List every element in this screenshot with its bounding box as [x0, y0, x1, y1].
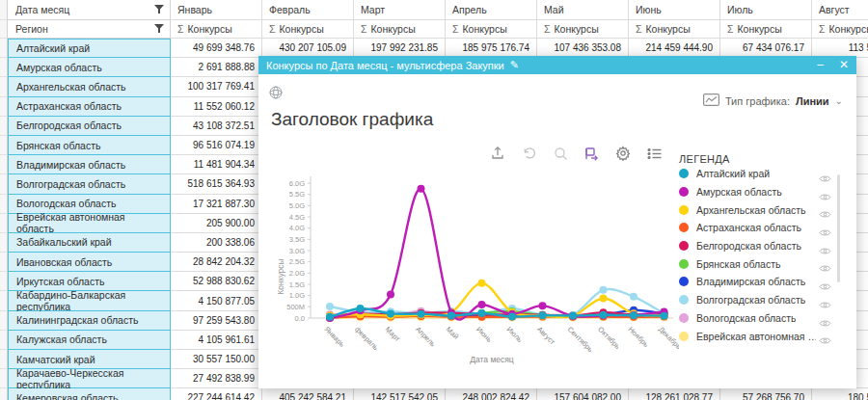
cell-value: 11 552 060.12	[194, 101, 255, 112]
eye-icon[interactable]	[819, 332, 831, 349]
gear-icon[interactable]	[615, 146, 631, 161]
export-icon[interactable]	[490, 146, 505, 161]
dialog-titlebar[interactable]: Конкурсы по Дата месяц - мультисфера Зак…	[258, 56, 856, 74]
cell-value: 100 317 769.41	[187, 81, 255, 92]
minimize-button[interactable]: –	[817, 56, 824, 74]
region-cell[interactable]: Забайкальский край	[8, 233, 171, 253]
data-point[interactable]	[418, 310, 425, 318]
data-point[interactable]	[478, 280, 486, 287]
region-label: Владимирская область	[16, 159, 125, 171]
data-point[interactable]	[600, 294, 608, 302]
sigma-icon: Σ	[819, 23, 826, 35]
column-header-measure: ΣКонкурсы	[720, 20, 812, 39]
data-point[interactable]	[539, 311, 547, 319]
legend-item[interactable]: Волгоградская область	[679, 291, 853, 309]
region-cell[interactable]: Волгоградская область	[8, 174, 171, 194]
region-cell[interactable]: Владимирская область	[8, 155, 171, 174]
undo-icon[interactable]	[522, 147, 537, 160]
row-gutter	[0, 233, 8, 253]
cell-value: 113 524 05	[849, 42, 868, 53]
cell-value: 57 268 756.70	[743, 392, 804, 400]
column-header-measure: ΣКонкурсы	[629, 20, 720, 39]
legend-item[interactable]: Алтайский край	[679, 165, 853, 183]
filter-icon[interactable]	[154, 4, 164, 15]
region-cell[interactable]: Карачаево-Черкесская республика	[8, 369, 171, 388]
region-cell[interactable]: Астраханская область	[8, 97, 171, 117]
x-tick-label: февраль	[353, 325, 380, 352]
data-point[interactable]	[600, 311, 608, 319]
legend-item[interactable]: Амурская область	[679, 183, 853, 201]
measure-label: Конкурсы	[463, 23, 507, 35]
data-point[interactable]	[508, 312, 516, 320]
region-cell[interactable]: Калининградская область	[8, 311, 171, 331]
list-icon[interactable]	[647, 147, 663, 160]
y-tick-label: 500M	[286, 303, 305, 311]
region-cell[interactable]: Амурская область	[8, 58, 171, 77]
data-point[interactable]	[661, 312, 668, 320]
series-line[interactable]	[330, 189, 665, 320]
row-gutter	[0, 117, 8, 136]
close-button[interactable]: ✕	[839, 56, 849, 74]
filter-icon[interactable]	[154, 23, 164, 35]
data-point[interactable]	[326, 313, 334, 321]
legend-item[interactable]: Брянская область	[679, 254, 853, 273]
row-gutter	[0, 58, 8, 77]
legend-item[interactable]: Белгородская область	[679, 237, 853, 255]
data-point[interactable]	[387, 291, 394, 299]
value-cell: 4 150 877.05	[171, 291, 262, 310]
region-cell[interactable]: Белгородская область	[8, 117, 171, 136]
data-point[interactable]	[630, 293, 637, 301]
data-point[interactable]	[448, 312, 455, 320]
legend-item[interactable]: Еврейская автономная …	[679, 327, 853, 345]
month-label: Август	[819, 4, 850, 15]
region-cell[interactable]: Брянская область	[8, 136, 171, 155]
legend-item[interactable]: Астраханская область	[679, 219, 853, 237]
legend-item[interactable]: Владимирская область	[679, 273, 853, 291]
column-header-measure: ΣКонкурсы	[262, 20, 354, 39]
value-cell: 4 105 961.61	[171, 331, 262, 350]
chart-type-selector[interactable]: Тип графика: Линии ⌄	[703, 93, 843, 108]
data-point[interactable]	[357, 305, 365, 312]
legend-item-label: Амурская область	[696, 186, 782, 198]
column-header-month: Февраль	[262, 0, 354, 20]
data-point[interactable]	[326, 303, 334, 310]
zoom-search-icon[interactable]	[554, 147, 568, 161]
panel-arrow-icon[interactable]	[584, 147, 599, 161]
legend-item[interactable]: Архангельская область	[679, 200, 853, 219]
data-point[interactable]	[387, 309, 394, 317]
region-label: Архангельская область	[16, 81, 126, 93]
data-point[interactable]	[478, 301, 486, 308]
region-cell[interactable]: Алтайский край	[8, 39, 171, 58]
legend-scrollbar[interactable]	[837, 174, 840, 282]
region-cell[interactable]: Кабардино-Балкарская республика	[8, 291, 171, 310]
series-color-dot	[679, 295, 689, 305]
region-cell[interactable]: Еврейская автономная область	[8, 214, 171, 233]
legend-item[interactable]: Вологодская область	[679, 309, 853, 328]
region-cell[interactable]: Калужская область	[8, 331, 171, 350]
edit-title-icon[interactable]: ✎	[510, 59, 519, 71]
data-point[interactable]	[418, 185, 425, 193]
data-point[interactable]	[600, 286, 608, 294]
region-cell[interactable]: Архангельская область	[8, 77, 171, 96]
region-cell[interactable]: Кемеровская область	[8, 388, 171, 400]
legend-item-label: Астраханская область	[696, 222, 801, 233]
cell-value: 227 244 614.42	[187, 392, 255, 400]
x-tick-label: Декабрь	[657, 325, 679, 351]
bi-workspace: Дата месяцЯнварьФевральМартАпрельМайИюнь…	[0, 0, 868, 400]
data-point[interactable]	[478, 309, 486, 317]
corner-cell-date-month[interactable]: Дата месяц	[8, 0, 171, 20]
row-gutter	[0, 155, 8, 174]
multisphere-icon	[268, 85, 284, 104]
column-header-month: Март	[354, 0, 446, 20]
data-point[interactable]	[539, 302, 547, 309]
region-label: Кемеровская область	[16, 392, 119, 400]
y-tick-label: 1.5G	[289, 280, 305, 289]
region-cell[interactable]: Ивановская область	[8, 253, 171, 272]
data-point[interactable]	[569, 311, 577, 319]
corner-cell-region[interactable]: Регион	[8, 20, 171, 39]
legend-item-label: Владимирская область	[696, 276, 805, 287]
region-label: Белгородская область	[16, 120, 122, 131]
value-cell: 227 244 614.42	[171, 388, 262, 400]
value-cell: 11 481 904.34	[171, 155, 262, 174]
data-point[interactable]	[630, 311, 637, 319]
